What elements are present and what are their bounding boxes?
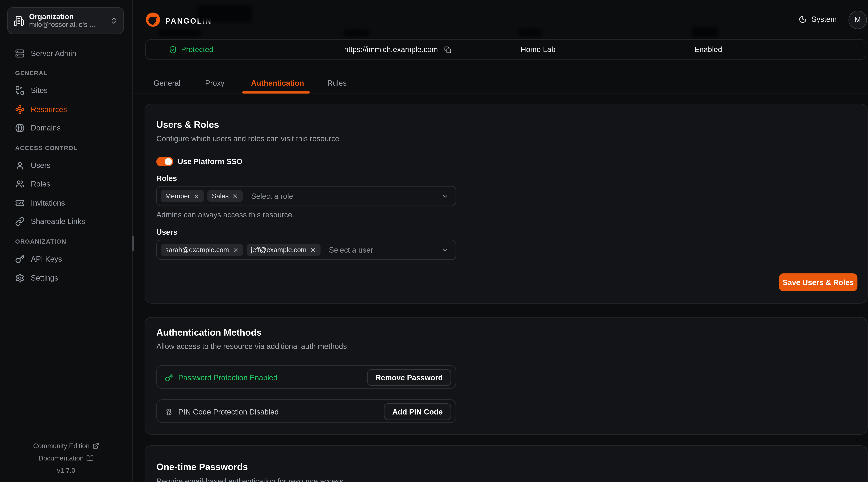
roles-select-placeholder: Select a role [251, 192, 293, 200]
tab-authentication[interactable]: Authentication [251, 79, 304, 87]
pin-code-status: PIN Code Protection Disabled [165, 400, 279, 423]
chevrons-up-down-icon [110, 17, 118, 25]
org-switcher-label: Organization [29, 12, 105, 21]
link-icon [15, 217, 25, 226]
app-window: Organization milo@fossorial.io's ... Ser… [0, 0, 868, 482]
sidebar-section-access-control: ACCESS CONTROL [15, 144, 78, 151]
platform-sso-label: Use Platform SSO [178, 157, 242, 166]
tab-rules[interactable]: Rules [327, 79, 346, 87]
chevron-down-icon [442, 192, 449, 200]
resource-enabled: Enabled [694, 40, 722, 59]
documentation-link[interactable]: Documentation [0, 454, 132, 462]
remove-chip-icon[interactable] [310, 247, 316, 253]
sidebar-item-server-admin[interactable]: Server Admin [7, 46, 125, 60]
remove-chip-icon[interactable] [232, 193, 238, 199]
roles-select[interactable]: Member Sales Select a role [156, 186, 456, 206]
auth-methods-card: Authentication Methods Allow access to t… [145, 317, 868, 435]
sidebar-item-label: Server Admin [31, 49, 76, 57]
role-chip: Member [161, 190, 204, 202]
copy-icon[interactable] [444, 45, 452, 54]
tab-general[interactable]: General [154, 79, 181, 87]
globe-icon [15, 123, 25, 133]
sidebar-item-api-keys[interactable]: API Keys [7, 252, 125, 265]
card-title: One-time Passwords [156, 461, 248, 472]
sidebar: Organization milo@fossorial.io's ... Ser… [0, 0, 133, 482]
admins-note: Admins can always access this resource. [156, 211, 294, 219]
chevron-down-icon [442, 246, 449, 254]
community-edition-link[interactable]: Community Edition [0, 442, 132, 450]
sidebar-item-label: Sites [31, 86, 48, 94]
card-description: Allow access to the resource via additio… [156, 342, 347, 351]
key-icon [165, 374, 173, 382]
resource-url: https://immich.example.com [344, 40, 452, 59]
shield-check-icon [169, 45, 177, 54]
users-icon [15, 179, 25, 188]
combine-icon [15, 85, 25, 95]
redacted-column-label [159, 29, 201, 37]
active-tab-indicator [242, 91, 310, 94]
resource-info-strip: Protected https://immich.example.com Hom… [145, 39, 866, 60]
redacted-column-label [518, 29, 542, 37]
building-icon [13, 15, 24, 26]
password-protection-row: Password Protection Enabled Remove Passw… [156, 365, 456, 389]
redacted-resource-title [197, 5, 252, 22]
sidebar-item-domains[interactable]: Domains [7, 121, 125, 134]
version-label: v1.7.0 [0, 467, 132, 474]
roles-field-label: Roles [156, 174, 177, 183]
moon-icon [799, 15, 807, 24]
otp-card: One-time Passwords Require email-based a… [145, 445, 868, 482]
sidebar-item-shareable-links[interactable]: Shareable Links [7, 215, 125, 228]
user-avatar[interactable]: M [848, 10, 867, 29]
sidebar-item-label: Shareable Links [31, 217, 85, 225]
sidebar-item-settings[interactable]: Settings [7, 271, 125, 284]
sidebar-item-roles[interactable]: Roles [7, 177, 125, 190]
book-open-icon [87, 455, 94, 462]
org-switcher[interactable]: Organization milo@fossorial.io's ... [7, 7, 124, 34]
role-chip: Sales [208, 190, 243, 202]
password-protection-status: Password Protection Enabled [165, 366, 277, 389]
sidebar-item-sites[interactable]: Sites [7, 84, 125, 97]
key-icon [15, 254, 25, 263]
redacted-column-label [692, 27, 718, 37]
user-icon [15, 160, 25, 170]
users-select[interactable]: sarah@example.com jeff@example.com Selec… [156, 240, 456, 260]
sidebar-item-label: Roles [31, 180, 50, 188]
sidebar-item-users[interactable]: Users [7, 159, 125, 172]
sidebar-item-label: Settings [31, 274, 58, 282]
waypoints-icon [15, 104, 25, 114]
sidebar-item-label: Invitations [31, 198, 65, 207]
sidebar-item-resources[interactable]: Resources [7, 102, 125, 116]
sidebar-section-organization: ORGANIZATION [15, 238, 66, 245]
redacted-column-label [344, 29, 369, 37]
sidebar-item-label: Resources [31, 105, 67, 113]
card-description: Require email-based authentication for r… [156, 477, 344, 482]
remove-chip-icon[interactable] [232, 247, 239, 253]
sidebar-item-label: Users [31, 161, 51, 169]
sidebar-item-label: Domains [31, 124, 61, 132]
org-switcher-value: milo@fossorial.io's ... [29, 21, 105, 29]
sidebar-scrollbar-thumb[interactable] [132, 236, 134, 251]
user-chip: sarah@example.com [161, 244, 243, 256]
tab-proxy[interactable]: Proxy [205, 79, 224, 87]
pin-code-row: PIN Code Protection Disabled Add PIN Cod… [156, 399, 456, 423]
add-pin-code-button[interactable]: Add PIN Code [384, 403, 451, 420]
users-select-placeholder: Select a user [329, 246, 373, 254]
save-users-roles-button[interactable]: Save Users & Roles [779, 273, 858, 291]
sidebar-section-general: GENERAL [15, 69, 48, 76]
theme-toggle[interactable]: System [799, 15, 837, 24]
platform-sso-toggle[interactable] [156, 157, 173, 166]
sidebar-item-label: API Keys [31, 255, 62, 263]
server-icon [15, 49, 25, 58]
users-field-label: Users [156, 228, 178, 236]
tabs-divider [133, 94, 868, 94]
users-roles-card: Users & Roles Configure which users and … [145, 104, 868, 303]
remove-chip-icon[interactable] [193, 193, 199, 199]
user-chip: jeff@example.com [246, 244, 320, 256]
binary-icon [165, 408, 173, 416]
pangolin-logo-icon [145, 11, 161, 30]
sidebar-item-invitations[interactable]: Invitations [7, 196, 125, 210]
card-description: Configure which users and roles can visi… [156, 134, 339, 143]
remove-password-button[interactable]: Remove Password [367, 369, 451, 386]
gear-icon [15, 273, 25, 283]
ticket-check-icon [15, 198, 25, 207]
